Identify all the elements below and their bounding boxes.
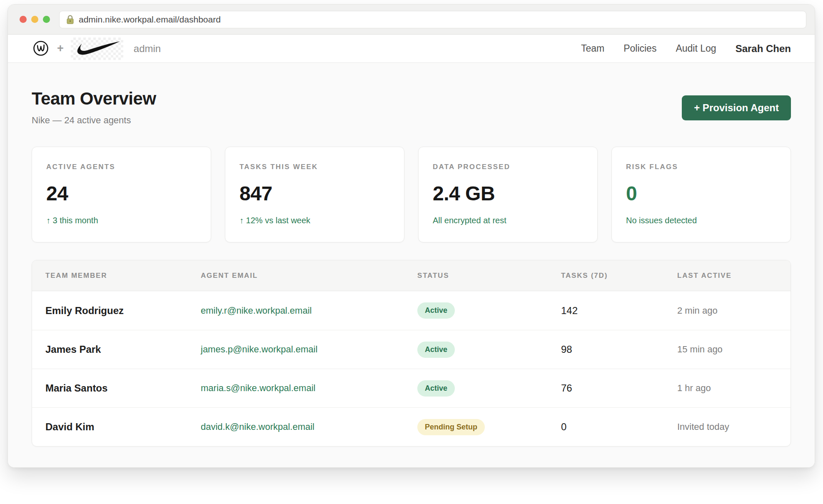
col-last-active: LAST ACTIVE bbox=[677, 272, 777, 280]
stat-value: 24 bbox=[46, 182, 197, 205]
agent-email-link[interactable]: david.k@nike.workpal.email bbox=[201, 422, 417, 432]
tasks-count: 76 bbox=[561, 382, 677, 394]
table-row: Emily Rodriguez emily.r@nike.workpal.ema… bbox=[32, 291, 791, 330]
page-head: Team Overview Nike — 24 active agents + … bbox=[32, 89, 791, 126]
url-text: admin.nike.workpal.email/dashboard bbox=[79, 15, 221, 25]
page-head-text: Team Overview Nike — 24 active agents bbox=[32, 89, 156, 126]
last-active: 2 min ago bbox=[677, 305, 777, 316]
lock-icon bbox=[66, 15, 74, 25]
provision-agent-button[interactable]: + Provision Agent bbox=[682, 95, 791, 120]
url-bar[interactable]: admin.nike.workpal.email/dashboard bbox=[59, 11, 806, 28]
stat-card: DATA PROCESSED 2.4 GB All encrypted at r… bbox=[418, 147, 598, 242]
stat-note: ↑ 3 this month bbox=[46, 216, 197, 225]
stat-value: 0 bbox=[626, 182, 776, 205]
stat-note: All encrypted at rest bbox=[433, 216, 583, 225]
main-nav: Team Policies Audit Log Sarah Chen bbox=[581, 43, 791, 55]
table-row: David Kim david.k@nike.workpal.email Pen… bbox=[32, 407, 791, 446]
stat-note: ↑ 12% vs last week bbox=[239, 216, 390, 225]
status-badge: Active bbox=[417, 302, 455, 319]
last-active: 15 min ago bbox=[677, 344, 777, 355]
brand: + admin bbox=[32, 37, 161, 60]
main-content: Team Overview Nike — 24 active agents + … bbox=[8, 63, 815, 467]
nike-swoosh-icon bbox=[72, 40, 122, 57]
tasks-count: 0 bbox=[561, 421, 677, 433]
nav-policies[interactable]: Policies bbox=[623, 43, 656, 54]
close-button[interactable] bbox=[20, 16, 27, 23]
status-cell: Active bbox=[417, 380, 561, 397]
table-row: James Park james.p@nike.workpal.email Ac… bbox=[32, 330, 791, 369]
tasks-count: 142 bbox=[561, 305, 677, 317]
stat-card: RISK FLAGS 0 No issues detected bbox=[611, 147, 791, 242]
workpal-logo-icon bbox=[32, 40, 50, 58]
nav-audit-log[interactable]: Audit Log bbox=[676, 43, 716, 54]
status-badge: Active bbox=[417, 342, 455, 358]
status-cell: Active bbox=[417, 302, 561, 319]
member-name: Emily Rodriguez bbox=[45, 305, 201, 317]
table-body: Emily Rodriguez emily.r@nike.workpal.ema… bbox=[32, 291, 791, 446]
brand-plus: + bbox=[57, 42, 64, 55]
stat-card: ACTIVE AGENTS 24 ↑ 3 this month bbox=[32, 147, 211, 242]
stat-label: ACTIVE AGENTS bbox=[46, 163, 197, 171]
browser-window: admin.nike.workpal.email/dashboard + adm… bbox=[7, 4, 815, 468]
page-title: Team Overview bbox=[32, 89, 156, 109]
status-badge: Pending Setup bbox=[417, 419, 485, 435]
status-badge: Active bbox=[417, 380, 455, 397]
member-name: Maria Santos bbox=[45, 382, 201, 394]
last-active: 1 hr ago bbox=[677, 383, 777, 394]
minimize-button[interactable] bbox=[31, 16, 38, 23]
table-header: TEAM MEMBER AGENT EMAIL STATUS TASKS (7D… bbox=[32, 260, 791, 291]
agent-email-link[interactable]: james.p@nike.workpal.email bbox=[201, 344, 417, 355]
col-team-member: TEAM MEMBER bbox=[45, 272, 201, 280]
stat-note: No issues detected bbox=[626, 216, 776, 225]
app-header: + admin Team Policies Audit Log Sarah Ch… bbox=[8, 35, 815, 63]
member-name: David Kim bbox=[45, 421, 201, 433]
user-menu[interactable]: Sarah Chen bbox=[736, 43, 791, 55]
table-row: Maria Santos maria.s@nike.workpal.email … bbox=[32, 369, 791, 407]
member-name: James Park bbox=[45, 344, 201, 355]
last-active: Invited today bbox=[677, 422, 777, 432]
team-table: TEAM MEMBER AGENT EMAIL STATUS TASKS (7D… bbox=[32, 260, 791, 447]
stat-label: RISK FLAGS bbox=[626, 163, 776, 171]
stats-row: ACTIVE AGENTS 24 ↑ 3 this month TASKS TH… bbox=[32, 147, 791, 242]
status-cell: Active bbox=[417, 342, 561, 358]
status-cell: Pending Setup bbox=[417, 419, 561, 435]
nike-logo bbox=[71, 37, 123, 60]
maximize-button[interactable] bbox=[43, 16, 50, 23]
col-tasks: TASKS (7D) bbox=[561, 272, 677, 280]
stat-value: 847 bbox=[239, 182, 390, 205]
col-agent-email: AGENT EMAIL bbox=[201, 272, 417, 280]
tasks-count: 98 bbox=[561, 344, 677, 355]
col-status: STATUS bbox=[417, 272, 561, 280]
traffic-lights bbox=[20, 16, 50, 23]
nav-team[interactable]: Team bbox=[581, 43, 604, 54]
stat-card: TASKS THIS WEEK 847 ↑ 12% vs last week bbox=[225, 147, 404, 242]
stat-value: 2.4 GB bbox=[433, 182, 583, 205]
agent-email-link[interactable]: maria.s@nike.workpal.email bbox=[201, 383, 417, 394]
brand-admin-label: admin bbox=[134, 43, 161, 55]
browser-chrome: admin.nike.workpal.email/dashboard bbox=[8, 5, 815, 35]
page-subtitle: Nike — 24 active agents bbox=[32, 115, 156, 126]
agent-email-link[interactable]: emily.r@nike.workpal.email bbox=[201, 305, 417, 316]
stat-label: DATA PROCESSED bbox=[433, 163, 583, 171]
stat-label: TASKS THIS WEEK bbox=[239, 163, 390, 171]
